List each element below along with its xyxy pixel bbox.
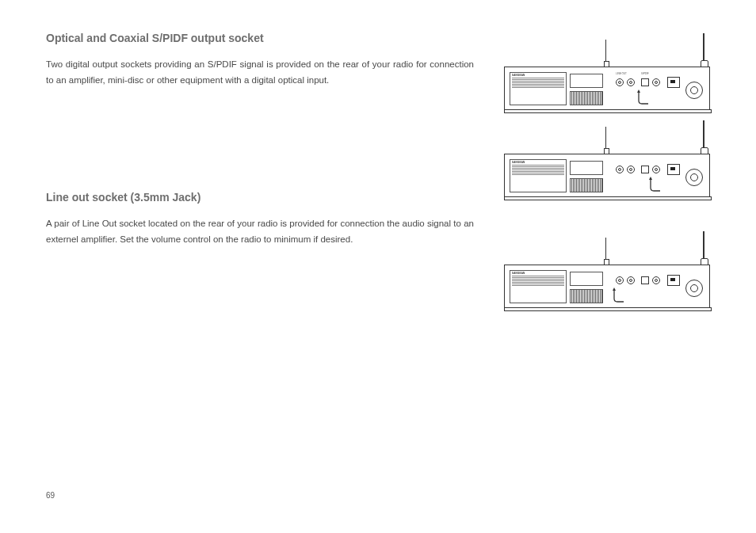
coaxial-port-icon: [652, 78, 660, 86]
serial-plate: [570, 272, 603, 286]
ethernet-port-icon: [667, 275, 680, 286]
fm-antenna-icon: [703, 231, 704, 265]
rear-panel-figure-lineout: SANGEAN: [504, 230, 710, 309]
lineout-r-jack-icon: [627, 78, 635, 86]
brand-text: SANGEAN: [512, 272, 564, 275]
rear-panel-figure-optical: SANGEAN LINE OUT S/PDIF: [504, 32, 710, 111]
vent-grille: [570, 91, 603, 105]
optical-port-icon: [641, 166, 649, 173]
ethernet-port-icon: [667, 77, 680, 88]
page-number: 69: [46, 491, 55, 500]
section1-body: Two digital output sockets providing an …: [46, 57, 474, 88]
brand-text: SANGEAN: [512, 74, 564, 77]
pointer-arrow-icon: [636, 89, 650, 105]
lineout-l-jack-icon: [616, 166, 624, 173]
wifi-antenna-icon: [605, 238, 606, 265]
brand-text: SANGEAN: [512, 161, 564, 164]
spec-label: SANGEAN: [510, 159, 567, 192]
wifi-antenna-icon: [605, 40, 606, 67]
optical-port-icon: [641, 276, 649, 284]
chassis: SANGEAN LINE OUT S/PDIF: [504, 67, 710, 111]
spec-label: SANGEAN: [510, 72, 567, 105]
lineout-l-jack-icon: [616, 78, 624, 86]
fm-antenna-icon: [703, 33, 704, 67]
wifi-antenna-icon: [605, 127, 606, 154]
rear-panel-figure-coaxial: SANGEAN: [504, 119, 710, 198]
lineout-r-jack-icon: [627, 166, 635, 173]
dc-in-jack-icon: [685, 280, 703, 297]
lineout-l-jack-icon: [616, 276, 624, 284]
spdif-label: S/PDIF: [641, 72, 649, 75]
pointer-arrow-icon: [647, 177, 662, 192]
coaxial-port-icon: [652, 166, 660, 173]
coaxial-port-icon: [652, 276, 660, 284]
chassis: SANGEAN: [504, 154, 710, 198]
spec-label: SANGEAN: [510, 270, 567, 303]
dc-in-jack-icon: [685, 82, 703, 99]
chassis: SANGEAN: [504, 265, 710, 309]
section2-body: A pair of Line Out socket located on the…: [46, 216, 474, 247]
figures-column: SANGEAN LINE OUT S/PDIF SANGEAN: [504, 32, 710, 317]
vent-grille: [570, 289, 603, 303]
ethernet-port-icon: [667, 164, 680, 175]
lineout-r-jack-icon: [627, 276, 635, 284]
fm-antenna-icon: [703, 120, 704, 154]
vent-grille: [570, 178, 603, 192]
serial-plate: [570, 161, 603, 175]
optical-port-icon: [641, 78, 649, 86]
dc-in-jack-icon: [685, 169, 703, 186]
serial-plate: [570, 74, 603, 88]
pointer-arrow-icon: [611, 287, 625, 303]
lineout-label: LINE OUT: [616, 72, 627, 75]
